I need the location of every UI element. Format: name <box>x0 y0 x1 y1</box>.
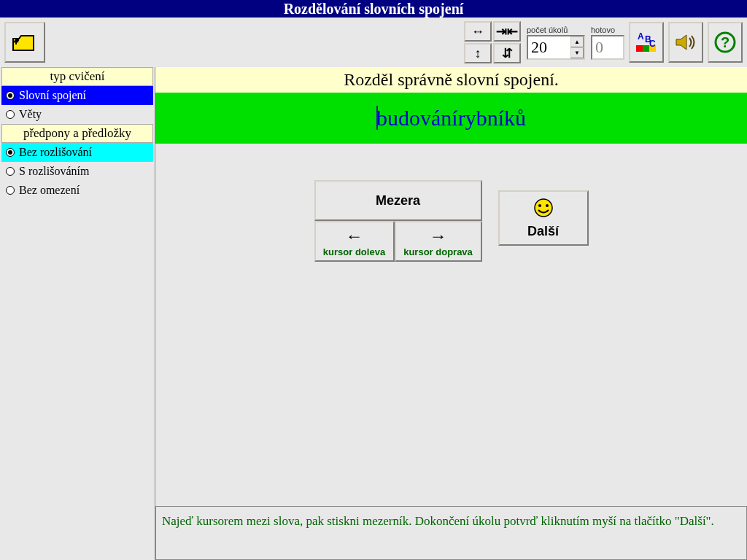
cursor-left-button[interactable]: ← kursor doleva <box>314 221 395 262</box>
sidebar-item-bez-omezeni[interactable]: Bez omezení <box>1 181 153 200</box>
svg-text:A: A <box>638 31 644 42</box>
instruction-text: Rozděl správně slovní spojení. <box>155 67 747 93</box>
sidebar-group1-header: typ cvičení <box>1 67 153 86</box>
smiley-icon <box>533 198 554 218</box>
speaker-icon <box>675 33 697 52</box>
arrows-in-v-icon: ⇵ <box>502 45 513 61</box>
svg-text:C: C <box>649 39 656 49</box>
toolbar: ↔ ⇥⇤ ↕ ⇵ počet úkolů 20 ▲ ▼ hotovo 0 <box>0 18 747 67</box>
tasks-down-button[interactable]: ▼ <box>570 47 584 58</box>
space-button[interactable]: Mezera <box>314 180 482 221</box>
nav-collapse-h-button[interactable]: ⇥⇤ <box>493 21 521 42</box>
next-button-label: Další <box>527 224 559 239</box>
sidebar-item-label: S rozlišováním <box>19 165 89 178</box>
done-count-value: 0 <box>592 38 623 57</box>
radio-icon <box>6 167 15 176</box>
tasks-up-button[interactable]: ▲ <box>570 36 584 47</box>
sidebar-item-bez-rozlisovani[interactable]: Bez rozlišování <box>1 143 153 162</box>
sidebar: typ cvičení Slovní spojení Věty předpony… <box>0 67 155 560</box>
window-title: Rozdělování slovních spojení <box>0 0 747 18</box>
arrows-out-v-icon: ↕ <box>475 46 481 61</box>
abc-color-icon: A B C <box>635 31 658 54</box>
svg-point-8 <box>535 199 552 217</box>
arrow-right-icon: → <box>430 226 447 246</box>
svg-point-10 <box>546 204 549 207</box>
puzzle-text[interactable]: budovánírybníků <box>155 93 747 144</box>
abc-color-button[interactable]: A B C <box>629 22 664 63</box>
sidebar-item-label: Slovní spojení <box>19 89 86 102</box>
sidebar-item-label: Bez omezení <box>19 184 80 197</box>
cursor-controls: Mezera ← kursor doleva → kursor doprava <box>314 180 482 262</box>
sidebar-group2-header: předpony a předložky <box>1 124 153 143</box>
hint-text: Najeď kursorem mezi slova, pak stiskni m… <box>155 506 747 560</box>
cursor-left-label: kursor doleva <box>323 246 385 257</box>
folder-up-icon <box>12 31 38 53</box>
content-area: Rozděl správně slovní spojení. budovánír… <box>155 67 747 560</box>
help-icon: ? <box>714 31 736 53</box>
done-count-label: hotovo <box>591 26 624 34</box>
radio-icon <box>6 148 15 157</box>
nav-collapse-v-button[interactable]: ⇵ <box>493 43 521 63</box>
radio-icon <box>6 110 15 119</box>
radio-icon <box>6 91 15 100</box>
open-folder-button[interactable] <box>4 22 45 63</box>
arrow-left-icon: ← <box>346 226 363 246</box>
sidebar-item-s-rozlisovanim[interactable]: S rozlišováním <box>1 162 153 181</box>
sidebar-item-vety[interactable]: Věty <box>1 105 153 124</box>
nav-expand-h-button[interactable]: ↔ <box>464 21 492 42</box>
radio-icon <box>6 186 15 195</box>
svg-point-9 <box>538 204 541 207</box>
arrows-out-h-icon: ↔ <box>471 24 484 39</box>
cursor-right-label: kursor doprava <box>403 246 473 257</box>
sidebar-item-label: Bez rozlišování <box>19 146 92 159</box>
nav-expand-v-button[interactable]: ↕ <box>464 43 492 63</box>
arrows-in-h-icon: ⇥⇤ <box>496 23 518 39</box>
sound-button[interactable] <box>668 22 703 63</box>
tasks-count-label: počet úkolů <box>527 26 585 34</box>
nav-arrows-group: ↔ ⇥⇤ ↕ ⇵ <box>464 21 521 63</box>
svg-rect-0 <box>636 45 643 52</box>
tasks-count-group: počet úkolů 20 ▲ ▼ <box>527 26 585 60</box>
help-button[interactable]: ? <box>708 22 743 63</box>
svg-text:?: ? <box>721 34 729 50</box>
cursor-right-button[interactable]: → kursor doprava <box>395 221 482 262</box>
next-button[interactable]: Další <box>498 190 589 246</box>
sidebar-item-slovni-spojeni[interactable]: Slovní spojení <box>1 86 153 105</box>
sidebar-item-label: Věty <box>19 108 42 121</box>
tasks-count-value[interactable]: 20 <box>528 38 570 57</box>
svg-rect-1 <box>643 45 649 52</box>
done-count-group: hotovo 0 <box>591 26 624 60</box>
